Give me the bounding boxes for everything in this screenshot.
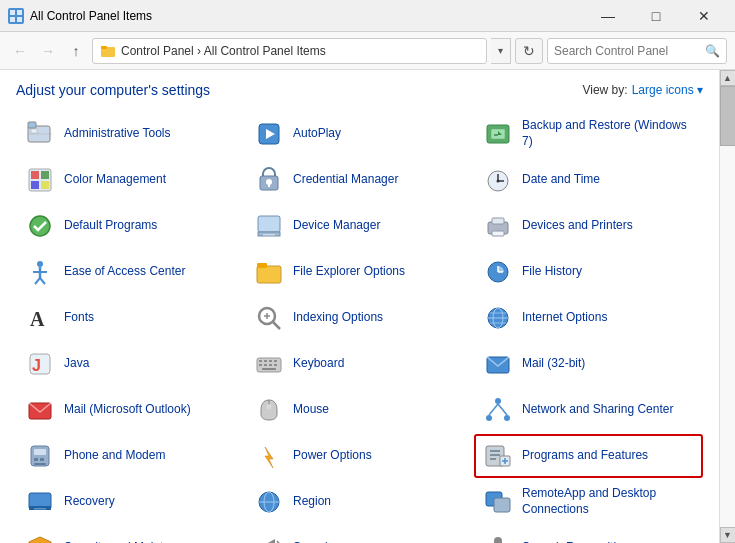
item-region[interactable]: Region bbox=[245, 480, 474, 524]
item-color-management[interactable]: Color Management bbox=[16, 158, 245, 202]
file-history-icon bbox=[482, 256, 514, 288]
item-indexing-options[interactable]: Indexing Options bbox=[245, 296, 474, 340]
forward-button[interactable]: → bbox=[36, 39, 60, 63]
item-administrative-tools[interactable]: Administrative Tools bbox=[16, 112, 245, 156]
svg-rect-41 bbox=[257, 263, 267, 268]
svg-rect-59 bbox=[264, 360, 267, 362]
svg-line-74 bbox=[489, 404, 498, 415]
item-ease-of-access[interactable]: Ease of Access Center bbox=[16, 250, 245, 294]
item-keyboard[interactable]: Keyboard bbox=[245, 342, 474, 386]
item-mail-outlook[interactable]: Mail (Microsoft Outlook) bbox=[16, 388, 245, 432]
svg-rect-33 bbox=[492, 218, 504, 224]
address-dropdown[interactable]: ▾ bbox=[491, 38, 511, 64]
item-autoplay[interactable]: AutoPlay bbox=[245, 112, 474, 156]
color-management-icon bbox=[24, 164, 56, 196]
svg-rect-62 bbox=[259, 364, 262, 366]
search-box[interactable]: 🔍 bbox=[547, 38, 727, 64]
page-title: Adjust your computer's settings bbox=[16, 82, 210, 98]
content-header: Adjust your computer's settings View by:… bbox=[16, 82, 703, 98]
file-explorer-label: File Explorer Options bbox=[293, 264, 405, 280]
svg-rect-80 bbox=[34, 463, 46, 465]
search-input[interactable] bbox=[554, 44, 701, 58]
item-recovery[interactable]: Recovery bbox=[16, 480, 245, 524]
svg-point-72 bbox=[486, 415, 492, 421]
credential-manager-label: Credential Manager bbox=[293, 172, 398, 188]
power-options-icon bbox=[253, 440, 285, 472]
item-device-manager[interactable]: Device Manager bbox=[245, 204, 474, 248]
default-programs-label: Default Programs bbox=[64, 218, 157, 234]
back-button[interactable]: ← bbox=[8, 39, 32, 63]
svg-rect-9 bbox=[28, 122, 36, 128]
default-programs-icon bbox=[24, 210, 56, 242]
window-controls: — □ ✕ bbox=[585, 0, 727, 32]
svg-marker-100 bbox=[266, 539, 275, 543]
svg-rect-65 bbox=[274, 364, 277, 366]
view-by-value[interactable]: Large icons ▾ bbox=[632, 83, 703, 97]
scroll-up-arrow[interactable]: ▲ bbox=[720, 70, 736, 86]
svg-rect-84 bbox=[490, 458, 496, 460]
item-mouse[interactable]: Mouse bbox=[245, 388, 474, 432]
svg-line-38 bbox=[35, 278, 40, 284]
svg-point-71 bbox=[495, 398, 501, 404]
scroll-track bbox=[720, 86, 736, 527]
svg-line-47 bbox=[273, 322, 280, 329]
mail-outlook-label: Mail (Microsoft Outlook) bbox=[64, 402, 191, 418]
credential-manager-icon bbox=[253, 164, 285, 196]
svg-rect-101 bbox=[494, 537, 502, 543]
content-panel: Adjust your computer's settings View by:… bbox=[0, 70, 719, 543]
svg-rect-18 bbox=[41, 171, 49, 179]
address-box[interactable]: Control Panel › All Control Panel Items bbox=[92, 38, 487, 64]
item-phone-modem[interactable]: Phone and Modem bbox=[16, 434, 245, 478]
ease-of-access-icon bbox=[24, 256, 56, 288]
up-button[interactable]: ↑ bbox=[64, 39, 88, 63]
item-security-maintenance[interactable]: Security and Maintenance bbox=[16, 526, 245, 543]
item-speech-recognition[interactable]: Speech Recognition bbox=[474, 526, 703, 543]
svg-rect-2 bbox=[10, 17, 15, 22]
item-default-programs[interactable]: Default Programs bbox=[16, 204, 245, 248]
item-devices-printers[interactable]: Devices and Printers bbox=[474, 204, 703, 248]
indexing-options-icon bbox=[253, 302, 285, 334]
item-network-sharing[interactable]: Network and Sharing Center bbox=[474, 388, 703, 432]
item-backup-restore[interactable]: Backup and Restore (Windows 7) bbox=[474, 112, 703, 156]
svg-marker-96 bbox=[29, 537, 51, 543]
scroll-thumb[interactable] bbox=[720, 86, 736, 146]
svg-rect-19 bbox=[31, 181, 39, 189]
item-programs-features[interactable]: Programs and Features bbox=[474, 434, 703, 478]
item-credential-manager[interactable]: Credential Manager bbox=[245, 158, 474, 202]
scroll-down-arrow[interactable]: ▼ bbox=[720, 527, 736, 543]
svg-rect-83 bbox=[490, 454, 500, 456]
power-options-label: Power Options bbox=[293, 448, 372, 464]
item-file-explorer[interactable]: File Explorer Options bbox=[245, 250, 474, 294]
item-date-time[interactable]: Date and Time bbox=[474, 158, 703, 202]
title-bar: All Control Panel Items — □ ✕ bbox=[0, 0, 735, 32]
minimize-button[interactable]: — bbox=[585, 0, 631, 32]
svg-rect-7 bbox=[31, 129, 37, 133]
internet-options-icon bbox=[482, 302, 514, 334]
recovery-label: Recovery bbox=[64, 494, 115, 510]
svg-rect-64 bbox=[269, 364, 272, 366]
keyboard-icon bbox=[253, 348, 285, 380]
scrollbar: ▲ ▼ bbox=[719, 70, 735, 543]
item-file-history[interactable]: File History bbox=[474, 250, 703, 294]
autoplay-label: AutoPlay bbox=[293, 126, 341, 142]
item-sound[interactable]: Sound bbox=[245, 526, 474, 543]
svg-rect-29 bbox=[258, 216, 280, 232]
refresh-button[interactable]: ↻ bbox=[515, 38, 543, 64]
svg-rect-78 bbox=[34, 458, 38, 461]
app-icon bbox=[8, 8, 24, 24]
mail-32bit-label: Mail (32-bit) bbox=[522, 356, 585, 372]
close-button[interactable]: ✕ bbox=[681, 0, 727, 32]
item-mail-32bit[interactable]: Mail (32-bit) bbox=[474, 342, 703, 386]
svg-line-75 bbox=[498, 404, 507, 415]
maximize-button[interactable]: □ bbox=[633, 0, 679, 32]
file-history-label: File History bbox=[522, 264, 582, 280]
item-remoteapp[interactable]: RemoteApp and Desktop Connections bbox=[474, 480, 703, 524]
region-icon bbox=[253, 486, 285, 518]
item-power-options[interactable]: Power Options bbox=[245, 434, 474, 478]
item-internet-options[interactable]: Internet Options bbox=[474, 296, 703, 340]
item-java[interactable]: JJava bbox=[16, 342, 245, 386]
svg-rect-95 bbox=[494, 498, 510, 512]
main-area: Adjust your computer's settings View by:… bbox=[0, 70, 735, 543]
item-fonts[interactable]: AFonts bbox=[16, 296, 245, 340]
device-manager-label: Device Manager bbox=[293, 218, 380, 234]
